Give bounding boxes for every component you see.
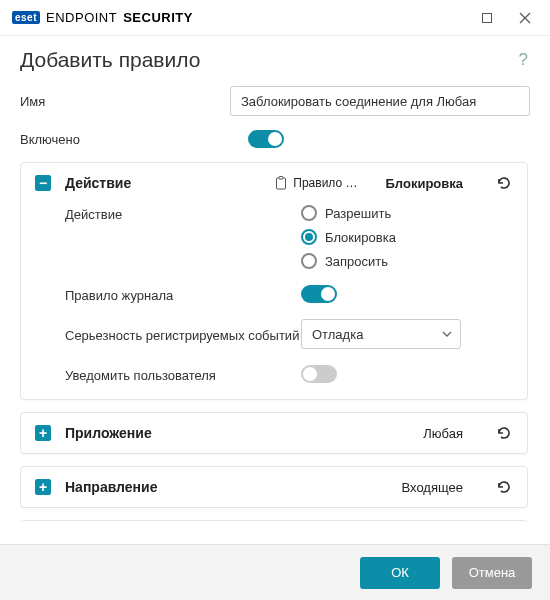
log-rule-toggle[interactable] (301, 285, 337, 303)
enabled-toggle[interactable] (248, 130, 284, 148)
clipboard-icon (274, 176, 288, 190)
help-button[interactable]: ? (519, 50, 528, 70)
section-direction: + Направление Входящее (20, 466, 528, 508)
enabled-row: Включено (20, 130, 530, 148)
radio-prompt-circle (301, 253, 317, 269)
severity-select[interactable]: Отладка (301, 319, 461, 349)
ok-button[interactable]: ОК (360, 557, 440, 589)
enabled-label: Включено (20, 132, 248, 147)
action-radio-group: Разрешить Блокировка Запросить (301, 205, 396, 269)
titlebar: eset ENDPOINT SECURITY (0, 0, 550, 36)
section-application-reset[interactable] (495, 426, 513, 440)
section-protocol: + IP protocol TCP и UDP (20, 520, 528, 522)
name-row: Имя (20, 86, 530, 116)
maximize-icon (481, 12, 493, 24)
content: ? Добавить правило Имя Включено − Действ… (0, 36, 550, 542)
cancel-button[interactable]: Отмена (452, 557, 532, 589)
section-application-title: Приложение (65, 425, 152, 441)
log-rule-label: Правило журнала (65, 286, 301, 303)
sections-scroll[interactable]: − Действие Правило … Блокировка Действие (20, 162, 530, 522)
section-application-header[interactable]: + Приложение Любая (35, 425, 513, 441)
radio-allow[interactable]: Разрешить (301, 205, 396, 221)
brand: eset ENDPOINT SECURITY (12, 10, 193, 25)
severity-value: Отладка (312, 327, 363, 342)
name-label: Имя (20, 94, 230, 109)
radio-block-circle (301, 229, 317, 245)
section-application: + Приложение Любая (20, 412, 528, 454)
radio-allow-circle (301, 205, 317, 221)
page-title: Добавить правило (20, 48, 530, 72)
section-direction-value: Входящее (402, 480, 463, 495)
undo-icon (495, 176, 513, 190)
radio-prompt-label: Запросить (325, 254, 388, 269)
section-action-header[interactable]: − Действие Правило … Блокировка (35, 175, 513, 191)
close-icon (519, 12, 531, 24)
svg-rect-0 (483, 13, 492, 22)
collapse-icon[interactable]: − (35, 175, 51, 191)
section-action-rule-label: Правило … (293, 176, 357, 190)
brand-eset-badge: eset (12, 11, 40, 24)
svg-rect-1 (277, 178, 286, 189)
brand-thin: ENDPOINT (46, 10, 117, 25)
brand-bold: SECURITY (123, 10, 193, 25)
expand-icon[interactable]: + (35, 425, 51, 441)
undo-icon (495, 426, 513, 440)
action-label: Действие (65, 205, 301, 222)
section-direction-title: Направление (65, 479, 157, 495)
window-maximize-button[interactable] (468, 4, 506, 32)
chevron-down-icon (442, 331, 452, 337)
section-action-header-value: Блокировка (386, 176, 463, 191)
name-input[interactable] (230, 86, 530, 116)
radio-prompt[interactable]: Запросить (301, 253, 396, 269)
footer: ОК Отмена (0, 544, 550, 600)
section-direction-reset[interactable] (495, 480, 513, 494)
radio-block-label: Блокировка (325, 230, 396, 245)
section-action-rule-indicator: Правило … (274, 176, 357, 190)
section-application-value: Любая (423, 426, 463, 441)
expand-icon[interactable]: + (35, 479, 51, 495)
window-close-button[interactable] (506, 4, 544, 32)
notify-label: Уведомить пользователя (65, 366, 301, 383)
radio-allow-label: Разрешить (325, 206, 391, 221)
section-action-body: Действие Разрешить Блокировка Запроси (35, 205, 513, 383)
radio-block[interactable]: Блокировка (301, 229, 396, 245)
section-action: − Действие Правило … Блокировка Действие (20, 162, 528, 400)
undo-icon (495, 480, 513, 494)
section-direction-header[interactable]: + Направление Входящее (35, 479, 513, 495)
section-action-reset[interactable] (495, 176, 513, 190)
severity-label: Серьезность регистрируемых событий (65, 326, 301, 343)
svg-rect-2 (279, 177, 283, 180)
section-action-title: Действие (65, 175, 131, 191)
notify-toggle[interactable] (301, 365, 337, 383)
